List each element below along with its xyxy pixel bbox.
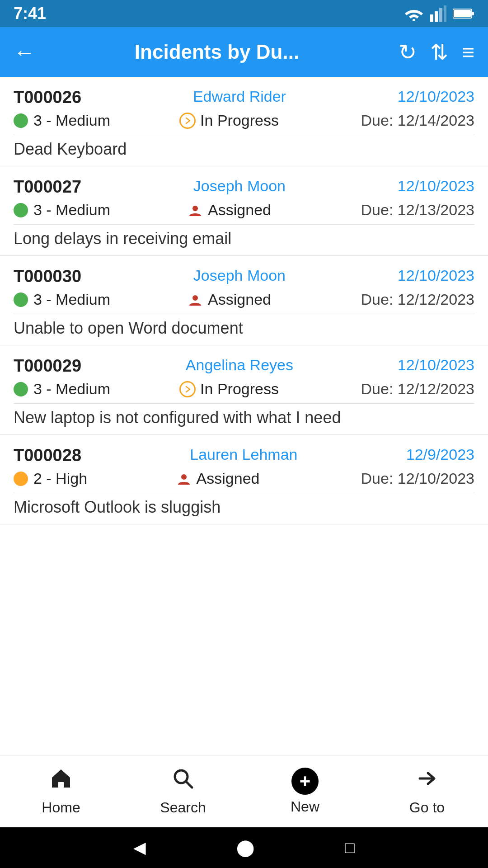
priority-dot — [14, 292, 28, 307]
nav-new[interactable]: + New — [244, 768, 366, 815]
nav-goto[interactable]: Go to — [366, 767, 488, 816]
incident-status: In Progress — [166, 112, 292, 129]
priority-dot — [14, 472, 28, 486]
status-label: In Progress — [200, 112, 279, 129]
svg-rect-2 — [435, 11, 438, 22]
incident-due-date: Due: 12/13/2023 — [348, 201, 474, 219]
incident-item[interactable]: T000026 Edward Rider 12/10/2023 3 - Medi… — [0, 77, 488, 166]
incident-description: Long delays in receiving email — [14, 229, 474, 248]
incident-middle-row: 3 - Medium In Progress Due: 12/12/2023 — [14, 380, 474, 398]
incident-item[interactable]: T000029 Angelina Reyes 12/10/2023 3 - Me… — [0, 345, 488, 435]
wifi-icon — [404, 6, 424, 21]
incident-id: T000026 — [14, 88, 81, 107]
assigned-icon — [176, 471, 192, 487]
app-bar: ← Incidents by Du... ↻ ⇅ ≡ — [0, 27, 488, 77]
incident-status: In Progress — [166, 380, 292, 398]
incident-list: T000026 Edward Rider 12/10/2023 3 - Medi… — [0, 77, 488, 755]
incident-divider — [14, 403, 474, 404]
home-icon — [49, 767, 73, 796]
incident-middle-row: 3 - Medium In Progress Due: 12/14/2023 — [14, 112, 474, 129]
incident-id: T000030 — [14, 267, 81, 286]
incident-divider — [14, 314, 474, 314]
incident-id: T000027 — [14, 177, 81, 197]
status-time: 7:41 — [14, 4, 46, 23]
status-label: Assigned — [208, 291, 271, 308]
status-bar: 7:41 — [0, 0, 488, 27]
back-button[interactable]: ← — [14, 40, 35, 65]
android-home[interactable]: ⬤ — [236, 838, 254, 857]
refresh-button[interactable]: ↻ — [399, 39, 417, 65]
incident-priority: 3 - Medium — [14, 201, 110, 219]
status-label: Assigned — [208, 201, 271, 219]
search-icon — [171, 767, 195, 796]
incident-status: Assigned — [155, 470, 281, 487]
incident-due-date: Due: 12/12/2023 — [348, 291, 474, 308]
incident-date-created: 12/10/2023 — [398, 356, 474, 374]
svg-point-9 — [192, 295, 198, 301]
svg-line-12 — [186, 782, 192, 788]
inprogress-icon — [179, 113, 196, 129]
incident-top-row: T000030 Joseph Moon 12/10/2023 — [14, 267, 474, 286]
android-recents[interactable]: □ — [345, 838, 355, 857]
incident-date-created: 12/10/2023 — [398, 267, 474, 284]
signal-icon — [430, 5, 446, 22]
svg-rect-3 — [439, 8, 442, 22]
incident-description: Dead Keyboard — [14, 140, 474, 159]
bottom-nav: Home Search + New Go to — [0, 755, 488, 827]
sort-button[interactable]: ⇅ — [430, 39, 448, 65]
incident-priority: 3 - Medium — [14, 112, 110, 129]
status-label: In Progress — [200, 380, 279, 398]
incident-description: Unable to open Word document — [14, 319, 474, 338]
incident-description: New laptop is not configured with what I… — [14, 408, 474, 427]
svg-rect-7 — [454, 10, 471, 17]
incident-top-row: T000027 Joseph Moon 12/10/2023 — [14, 177, 474, 197]
android-nav-bar: ◀ ⬤ □ — [0, 827, 488, 868]
nav-home[interactable]: Home — [0, 767, 122, 816]
incident-item[interactable]: T000027 Joseph Moon 12/10/2023 3 - Mediu… — [0, 166, 488, 256]
incident-middle-row: 3 - Medium Assigned Due: 12/13/2023 — [14, 201, 474, 219]
incident-top-row: T000026 Edward Rider 12/10/2023 — [14, 88, 474, 107]
new-label: New — [291, 798, 319, 815]
incident-middle-row: 2 - High Assigned Due: 12/10/2023 — [14, 470, 474, 487]
new-icon: + — [291, 768, 319, 795]
incident-item[interactable]: T000030 Joseph Moon 12/10/2023 3 - Mediu… — [0, 256, 488, 345]
incident-middle-row: 3 - Medium Assigned Due: 12/12/2023 — [14, 291, 474, 308]
incident-divider — [14, 224, 474, 225]
incident-due-date: Due: 12/10/2023 — [348, 470, 474, 487]
svg-rect-6 — [472, 12, 474, 15]
assigned-icon — [187, 292, 203, 308]
svg-rect-1 — [430, 14, 433, 22]
status-label: Assigned — [197, 470, 260, 487]
incident-id: T000029 — [14, 356, 81, 376]
incident-priority: 2 - High — [14, 470, 87, 487]
incident-priority: 3 - Medium — [14, 291, 110, 308]
incident-id: T000028 — [14, 446, 81, 465]
assigned-icon — [187, 202, 203, 218]
incident-priority: 3 - Medium — [14, 380, 110, 398]
goto-icon — [415, 767, 439, 796]
incident-assignee: Angelina Reyes — [186, 356, 293, 374]
incident-date-created: 12/9/2023 — [406, 446, 474, 463]
nav-search[interactable]: Search — [122, 767, 244, 816]
incident-item[interactable]: T000028 Lauren Lehman 12/9/2023 2 - High… — [0, 435, 488, 524]
search-label: Search — [160, 799, 206, 816]
incident-assignee: Joseph Moon — [193, 177, 286, 195]
svg-rect-4 — [444, 5, 446, 22]
incident-status: Assigned — [166, 291, 292, 308]
incident-status: Assigned — [166, 201, 292, 219]
menu-button[interactable]: ≡ — [462, 40, 474, 65]
svg-point-0 — [413, 19, 415, 21]
incident-top-row: T000029 Angelina Reyes 12/10/2023 — [14, 356, 474, 376]
android-back[interactable]: ◀ — [133, 838, 146, 857]
incident-assignee: Edward Rider — [193, 88, 286, 105]
incident-date-created: 12/10/2023 — [398, 177, 474, 195]
svg-point-8 — [192, 206, 198, 211]
home-label: Home — [42, 799, 80, 816]
priority-dot — [14, 203, 28, 217]
priority-dot — [14, 113, 28, 128]
incident-due-date: Due: 12/14/2023 — [348, 112, 474, 129]
incident-divider — [14, 135, 474, 135]
incident-description: Microsoft Outlook is sluggish — [14, 498, 474, 517]
svg-point-10 — [181, 474, 187, 480]
incident-top-row: T000028 Lauren Lehman 12/9/2023 — [14, 446, 474, 465]
